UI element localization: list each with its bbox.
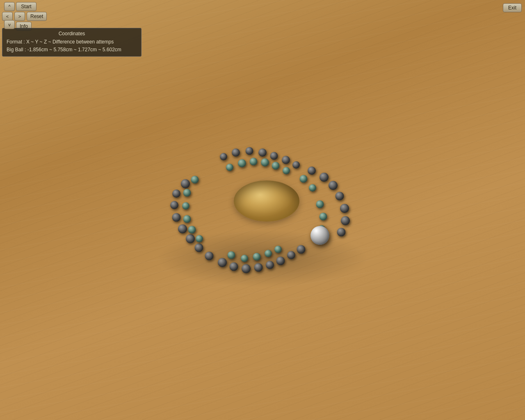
ball — [265, 250, 272, 257]
ball — [258, 148, 267, 157]
big-ball[interactable] — [310, 226, 329, 245]
ball — [336, 192, 344, 201]
ball — [172, 189, 180, 198]
ball — [183, 215, 191, 223]
ball — [178, 224, 187, 233]
ball — [246, 147, 253, 155]
ball — [283, 167, 290, 174]
ball — [300, 175, 308, 183]
ball — [254, 263, 263, 272]
ball — [218, 258, 227, 267]
ball — [316, 201, 324, 208]
ball — [232, 148, 240, 157]
ball — [230, 262, 238, 271]
ball — [220, 153, 227, 160]
ball — [182, 202, 189, 210]
ball — [191, 176, 199, 184]
exit-button[interactable]: Exit — [503, 3, 522, 12]
ball — [320, 173, 329, 182]
ball — [266, 261, 274, 269]
ball — [282, 156, 290, 164]
ball — [186, 234, 195, 243]
ball — [238, 159, 246, 167]
ball — [250, 158, 258, 166]
ball — [341, 216, 350, 225]
info-ball-line: Big Ball : -1.856cm ~ 5.758cm ~ 1.727cm … — [7, 46, 137, 54]
ball — [309, 184, 316, 192]
ball — [340, 204, 349, 213]
ball — [181, 179, 190, 188]
ball — [253, 253, 261, 261]
main-scene — [0, 0, 525, 420]
controls-mid-row: < > Reset — [2, 12, 47, 21]
ball — [183, 189, 191, 197]
central-bowl — [234, 180, 299, 221]
ball — [188, 226, 196, 234]
start-button[interactable]: Start — [16, 2, 37, 11]
ball — [276, 257, 285, 265]
ball — [205, 252, 214, 260]
ball — [320, 213, 327, 221]
up-button[interactable]: ^ — [4, 2, 15, 11]
left-button[interactable]: < — [2, 12, 13, 21]
info-format-line: Format : X ~ Y ~ Z ~ Difference between … — [7, 38, 137, 46]
ball — [337, 228, 346, 237]
ball — [172, 213, 181, 222]
ball — [170, 201, 178, 209]
ball — [261, 158, 269, 167]
ball — [274, 246, 282, 253]
right-button[interactable]: > — [14, 12, 25, 21]
ball — [292, 161, 300, 169]
down-button[interactable]: v — [4, 20, 15, 29]
ball — [270, 152, 278, 160]
ball — [287, 251, 295, 259]
ball — [241, 255, 248, 262]
ball — [226, 164, 233, 171]
ball — [228, 251, 235, 259]
ball — [272, 162, 280, 170]
ball — [195, 244, 203, 252]
info-panel-title: Coordinates — [7, 31, 137, 37]
info-panel: Coordinates Format : X ~ Y ~ Z ~ Differe… — [2, 28, 142, 57]
ball — [196, 235, 203, 242]
ball — [329, 181, 338, 190]
reset-button[interactable]: Reset — [27, 12, 47, 21]
ball — [308, 167, 316, 175]
ball — [242, 264, 251, 273]
ball — [297, 245, 306, 254]
